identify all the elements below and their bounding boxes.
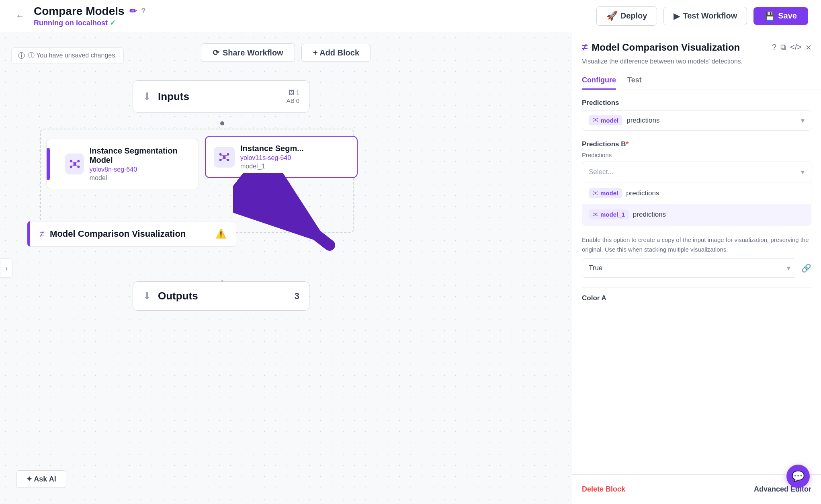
- link-icon[interactable]: 🔗: [801, 263, 811, 273]
- select-chevron: ▾: [801, 168, 805, 176]
- tab-configure[interactable]: Configure: [582, 72, 616, 90]
- tab-test[interactable]: Test: [627, 72, 642, 90]
- neq-icon: ≠: [39, 229, 44, 239]
- svg-point-37: [595, 214, 596, 215]
- svg-line-25: [596, 119, 597, 119]
- outputs-node[interactable]: ⬇ Outputs 3: [133, 281, 309, 311]
- svg-line-26: [594, 121, 596, 121]
- panel-close-button[interactable]: ×: [806, 42, 811, 53]
- inputs-badges: 🖼 1 AB 0: [287, 89, 299, 104]
- svg-point-39: [597, 213, 598, 213]
- predictions-a-model: model: [601, 117, 618, 124]
- chat-bubble[interactable]: 💬: [786, 465, 810, 488]
- ask-ai-button[interactable]: ✦ Ask AI: [16, 470, 66, 488]
- model-b-info: Instance Segm... yolov11s-seg-640 model_…: [240, 144, 304, 170]
- option1-predict: predictions: [626, 189, 659, 197]
- svg-point-29: [593, 191, 594, 192]
- predictions-b-label: Predictions B*: [582, 140, 811, 148]
- svg-point-32: [597, 194, 598, 195]
- svg-point-28: [595, 193, 596, 194]
- svg-line-15: [224, 155, 227, 156]
- dropdown-option-model[interactable]: model predictions: [582, 182, 811, 204]
- outputs-arrow-icon: ⬇: [143, 290, 152, 302]
- delete-block-button[interactable]: Delete Block: [582, 482, 625, 497]
- svg-point-20: [593, 118, 594, 119]
- true-select[interactable]: True ▾: [582, 258, 797, 278]
- add-block-button[interactable]: + Add Block: [301, 44, 371, 62]
- panel-description: Visualize the difference between two mod…: [582, 57, 811, 66]
- rocket-icon: 🚀: [606, 11, 617, 21]
- sidebar-toggle[interactable]: ›: [0, 258, 13, 278]
- main-area: › ⓘ ⓘ You have unsaved changes. ⟳ Share …: [0, 32, 821, 504]
- svg-point-30: [597, 191, 598, 192]
- predictions-a-select[interactable]: model predictions ▾: [582, 110, 811, 131]
- inputs-node[interactable]: ⬇ Inputs 🖼 1 AB 0: [133, 80, 309, 113]
- predictions-a-section: Predictions: [582, 99, 811, 131]
- svg-point-9: [223, 156, 226, 158]
- model-b-node[interactable]: Instance Segm... yolov11s-seg-640 model_…: [205, 136, 358, 178]
- edit-icon[interactable]: ✏: [129, 6, 137, 16]
- outputs-count: 3: [295, 291, 299, 301]
- color-a-label: Color A: [582, 287, 811, 302]
- svg-line-34: [596, 192, 597, 193]
- predictions-a-chevron: ▾: [801, 116, 805, 125]
- svg-point-0: [73, 163, 76, 166]
- model-b-icon: [214, 147, 235, 168]
- predictions-a-value: predictions: [626, 117, 659, 125]
- panel-info-icon[interactable]: ?: [772, 43, 776, 52]
- panel-code-icon[interactable]: </>: [790, 43, 802, 52]
- model-a-name: Instance Segmentation Model: [90, 146, 190, 165]
- deploy-button[interactable]: 🚀 Deploy: [596, 6, 657, 26]
- true-value: True: [589, 264, 783, 272]
- svg-line-8: [75, 166, 78, 166]
- model-a-node[interactable]: Instance Segmentation Model yolov8n-seg-…: [46, 139, 199, 189]
- svg-point-31: [593, 194, 594, 195]
- share-workflow-button[interactable]: ⟳ Share Workflow: [201, 43, 295, 62]
- test-workflow-button[interactable]: ▶ Test Workflow: [663, 7, 747, 25]
- option-chip-model1: model_1: [589, 209, 629, 219]
- panel-tabs: Configure Test: [582, 72, 811, 90]
- comparison-node[interactable]: ≠ Model Comparison Visualization ⚠️: [27, 221, 236, 247]
- canvas-toolbar: ⟳ Share Workflow + Add Block: [0, 43, 572, 62]
- copy-image-section: Enable this option to create a copy of t…: [582, 235, 811, 278]
- save-button[interactable]: 💾 Save: [753, 7, 808, 25]
- dropdown-option-model1[interactable]: model_1 predictions: [582, 204, 811, 225]
- topbar: ← Compare Models ✏ ? Running on localhos…: [0, 0, 821, 32]
- add-block-label: + Add Block: [313, 48, 359, 57]
- svg-line-33: [594, 192, 596, 193]
- workflow-canvas[interactable]: › ⓘ ⓘ You have unsaved changes. ⟳ Share …: [0, 32, 572, 504]
- svg-line-43: [596, 213, 597, 214]
- model-chip-a: model: [589, 115, 622, 125]
- panel-header-icons: ? ⧉ </> ×: [772, 42, 811, 53]
- save-label: Save: [778, 11, 797, 20]
- back-button[interactable]: ←: [13, 9, 27, 23]
- svg-line-35: [594, 194, 596, 194]
- option-chip-model: model: [589, 188, 622, 198]
- info-icon[interactable]: ?: [141, 7, 146, 15]
- connector-dot: [220, 121, 224, 125]
- svg-line-27: [596, 121, 597, 121]
- predictions-b-dropdown[interactable]: Select... ▾: [582, 162, 811, 225]
- model-b-sub: yolov11s-seg-640: [240, 154, 304, 162]
- model-a-icon: [65, 154, 84, 174]
- svg-line-45: [596, 215, 597, 215]
- title-text: Compare Models: [34, 5, 125, 18]
- model-b-name: Instance Segm...: [240, 144, 304, 153]
- svg-point-19: [595, 119, 596, 121]
- model-a-tag: model: [90, 174, 190, 182]
- select-placeholder-text: Select...: [589, 168, 797, 176]
- chat-icon: 💬: [792, 470, 805, 483]
- true-select-row: True ▾ 🔗: [582, 258, 811, 278]
- svg-point-40: [593, 215, 594, 216]
- panel-copy-icon[interactable]: ⧉: [780, 43, 786, 52]
- svg-line-44: [594, 215, 596, 215]
- outputs-label: Outputs: [158, 290, 288, 302]
- true-chevron: ▾: [787, 264, 790, 272]
- model-a-info: Instance Segmentation Model yolov8n-seg-…: [90, 146, 190, 182]
- ask-ai-label: ✦ Ask AI: [26, 475, 56, 484]
- panel-body: Predictions: [572, 90, 821, 474]
- warning-icon: ⚠️: [215, 229, 226, 239]
- dropdown-select-placeholder[interactable]: Select... ▾: [582, 162, 811, 182]
- ab-badge: AB 0: [287, 97, 299, 104]
- panel-neq-icon: ≠: [582, 41, 588, 53]
